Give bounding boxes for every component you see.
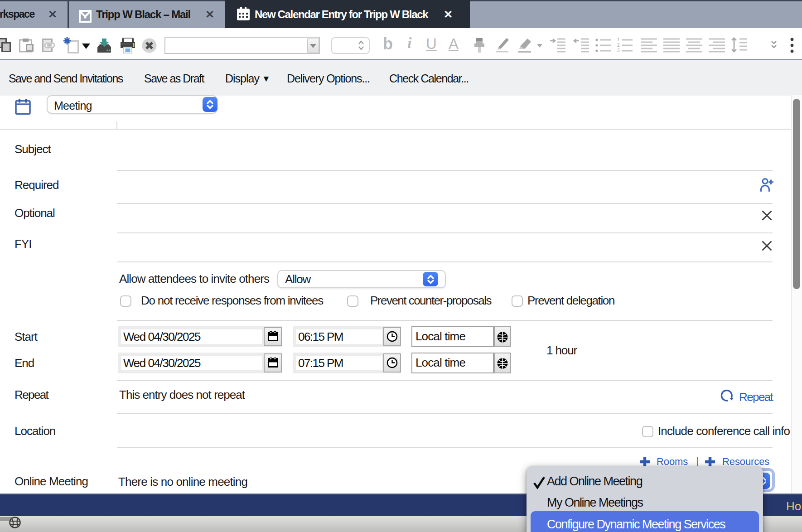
svg-text:1: 1 [617, 37, 620, 42]
svg-text:2: 2 [617, 43, 620, 48]
svg-text:3: 3 [617, 48, 620, 53]
